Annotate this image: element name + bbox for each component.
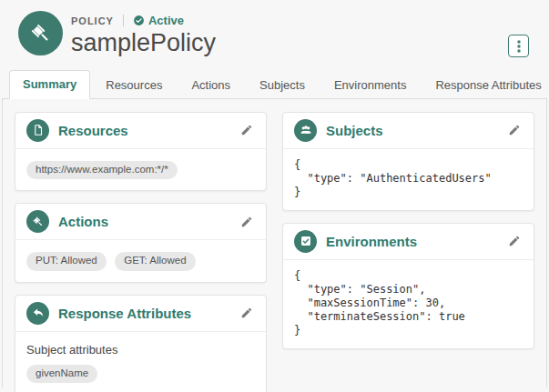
action-tag: GET: Allowed [115,252,195,271]
actions-card: Actions PUT: Allowed GET: Allowed [15,203,267,283]
check-square-icon [300,235,312,247]
subjects-card: Subjects { "type": "AuthenticatedUsers" … [282,112,534,211]
tab-resources[interactable]: Resources [92,71,176,99]
environments-card: Environments { "type": "Session", "maxSe… [282,223,534,349]
environments-json: { "type": "Session", "maxSessionTime": 3… [294,269,523,337]
environments-card-body: { "type": "Session", "maxSessionTime": 3… [283,260,534,348]
meta-divider [123,15,124,26]
gavel-icon [32,216,45,228]
response-attributes-card-title: Response Attributes [58,306,191,321]
kebab-icon [513,40,524,53]
subjects-card-title: Subjects [326,123,383,138]
pencil-icon [508,235,521,247]
action-tag: PUT: Allowed [26,252,107,271]
tab-summary[interactable]: Summary [9,70,90,99]
right-column: Subjects { "type": "AuthenticatedUsers" … [282,112,534,349]
policy-type-label: POLICY [71,15,114,26]
options-menu-button[interactable] [508,35,529,57]
tab-actions[interactable]: Actions [178,71,244,99]
policy-avatar [18,11,63,55]
policy-header: POLICY Active samplePolicy [0,0,549,57]
actions-icon-circle [26,210,49,233]
actions-card-header: Actions [15,204,266,240]
resource-tag: https://www.example.com:*/* [26,161,178,180]
subjects-card-body: { "type": "AuthenticatedUsers" } [283,149,534,210]
edit-actions-button[interactable] [239,214,255,230]
header-text: POLICY Active samplePolicy [71,11,216,57]
actions-card-body: PUT: Allowed GET: Allowed [15,240,266,282]
resources-card-body: https://www.example.com:*/* [15,149,266,191]
left-column: Resources https://www.example.com:*/* [15,112,267,392]
pencil-icon [508,124,521,136]
page-title: samplePolicy [71,30,216,57]
tab-subjects[interactable]: Subjects [246,71,319,99]
pencil-icon [240,307,253,319]
file-icon [32,124,45,136]
check-circle-icon [133,15,145,26]
edit-response-attributes-button[interactable] [239,305,255,321]
pencil-icon [240,124,253,136]
policy-summary-page: POLICY Active samplePolicy Summa [0,0,549,392]
subjects-json: { "type": "AuthenticatedUsers" } [294,158,523,199]
response-attributes-card-header: Response Attributes [15,296,266,332]
response-attributes-card-body: Subject attributes givenName [15,332,266,392]
header-meta-row: POLICY Active [71,14,216,27]
reply-icon [32,307,45,319]
environments-icon-circle [294,230,317,253]
edit-subjects-button[interactable] [506,122,523,138]
gavel-icon [29,22,53,45]
resources-card-title: Resources [58,123,128,138]
subjects-icon-circle [294,119,317,142]
environments-card-title: Environments [326,234,417,249]
summary-panel: Resources https://www.example.com:*/* [2,99,547,387]
tab-environments[interactable]: Environments [320,71,420,99]
tab-response-attributes[interactable]: Response Attributes [422,71,549,99]
users-icon [300,124,312,136]
response-attributes-card: Response Attributes Subject attributes g… [15,295,267,392]
subject-attributes-label: Subject attributes [26,343,255,357]
status-label: Active [148,14,184,27]
response-attributes-icon-circle [26,302,49,325]
resources-card: Resources https://www.example.com:*/* [15,112,267,192]
resources-card-header: Resources [15,113,266,149]
edit-environments-button[interactable] [506,233,523,249]
environments-card-header: Environments [283,224,534,260]
pencil-icon [240,216,253,228]
resources-icon-circle [26,119,49,142]
subjects-card-header: Subjects [283,113,534,149]
response-attribute-tag: givenName [26,365,97,384]
edit-resources-button[interactable] [239,122,255,138]
status-badge: Active [133,14,184,27]
actions-card-title: Actions [58,214,108,229]
policy-tabs: Summary Resources Actions Subjects Envir… [2,70,547,99]
